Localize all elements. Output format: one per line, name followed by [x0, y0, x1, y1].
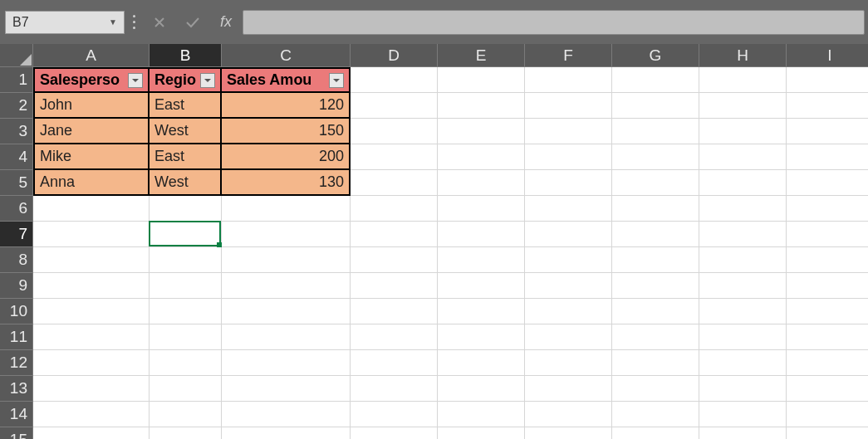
- select-all-corner[interactable]: [0, 44, 33, 67]
- cell-F1[interactable]: [525, 67, 612, 93]
- cell-A11[interactable]: [33, 324, 150, 350]
- cell-G15[interactable]: [612, 427, 699, 439]
- cell-G1[interactable]: [612, 67, 699, 93]
- cell-B5[interactable]: West: [150, 170, 222, 196]
- cell-A4[interactable]: Mike: [33, 144, 150, 170]
- cell-B11[interactable]: [150, 324, 222, 350]
- row-header-13[interactable]: 13: [0, 376, 33, 402]
- cell-E7[interactable]: [438, 222, 525, 247]
- cell-D3[interactable]: [351, 119, 438, 144]
- filter-dropdown-icon[interactable]: [329, 73, 344, 88]
- cell-G5[interactable]: [612, 170, 699, 196]
- cell-H12[interactable]: [699, 350, 787, 376]
- row-header-10[interactable]: 10: [0, 299, 33, 324]
- cell-I15[interactable]: [787, 427, 868, 439]
- cell-I9[interactable]: [787, 273, 868, 299]
- cell-F3[interactable]: [525, 119, 612, 144]
- column-header-D[interactable]: D: [351, 44, 438, 67]
- cell-E8[interactable]: [438, 247, 525, 273]
- cell-B10[interactable]: [150, 299, 222, 324]
- cell-F15[interactable]: [525, 427, 612, 439]
- cell-C10[interactable]: [222, 299, 351, 324]
- column-header-I[interactable]: I: [787, 44, 868, 67]
- cell-D6[interactable]: [351, 196, 438, 222]
- cell-G4[interactable]: [612, 144, 699, 170]
- cell-E6[interactable]: [438, 196, 525, 222]
- cell-D12[interactable]: [351, 350, 438, 376]
- column-header-C[interactable]: C: [222, 44, 351, 67]
- cell-A10[interactable]: [33, 299, 150, 324]
- row-header-14[interactable]: 14: [0, 402, 33, 427]
- cell-A8[interactable]: [33, 247, 150, 273]
- cell-B12[interactable]: [150, 350, 222, 376]
- cell-G11[interactable]: [612, 324, 699, 350]
- cell-G6[interactable]: [612, 196, 699, 222]
- cell-I7[interactable]: [787, 222, 868, 247]
- cell-E13[interactable]: [438, 376, 525, 402]
- cell-G13[interactable]: [612, 376, 699, 402]
- cell-H6[interactable]: [699, 196, 787, 222]
- cell-A5[interactable]: Anna: [33, 170, 150, 196]
- cell-A9[interactable]: [33, 273, 150, 299]
- cell-I4[interactable]: [787, 144, 868, 170]
- row-header-7[interactable]: 7: [0, 222, 33, 247]
- cell-C14[interactable]: [222, 402, 351, 427]
- name-box-dropdown-icon[interactable]: ▼: [109, 17, 117, 27]
- cell-F6[interactable]: [525, 196, 612, 222]
- cell-E12[interactable]: [438, 350, 525, 376]
- cell-B13[interactable]: [150, 376, 222, 402]
- cell-G8[interactable]: [612, 247, 699, 273]
- cell-B14[interactable]: [150, 402, 222, 427]
- cell-I14[interactable]: [787, 402, 868, 427]
- cell-G9[interactable]: [612, 273, 699, 299]
- cell-B8[interactable]: [150, 247, 222, 273]
- cell-G7[interactable]: [612, 222, 699, 247]
- cell-A15[interactable]: [33, 427, 150, 439]
- cell-F10[interactable]: [525, 299, 612, 324]
- row-header-1[interactable]: 1: [0, 67, 33, 93]
- column-header-F[interactable]: F: [525, 44, 612, 67]
- cell-C5[interactable]: 130: [222, 170, 351, 196]
- cell-C4[interactable]: 200: [222, 144, 351, 170]
- filter-dropdown-icon[interactable]: [128, 73, 143, 88]
- cell-A13[interactable]: [33, 376, 150, 402]
- cell-I3[interactable]: [787, 119, 868, 144]
- cell-B1[interactable]: Regio: [150, 67, 222, 93]
- cell-D13[interactable]: [351, 376, 438, 402]
- cell-D5[interactable]: [351, 170, 438, 196]
- row-header-3[interactable]: 3: [0, 119, 33, 144]
- cell-F7[interactable]: [525, 222, 612, 247]
- cell-E2[interactable]: [438, 93, 525, 119]
- enter-button[interactable]: [176, 11, 209, 34]
- cell-E15[interactable]: [438, 427, 525, 439]
- row-header-12[interactable]: 12: [0, 350, 33, 376]
- column-header-H[interactable]: H: [699, 44, 787, 67]
- cell-D9[interactable]: [351, 273, 438, 299]
- cancel-button[interactable]: [143, 11, 176, 34]
- cell-C1[interactable]: Sales Amou: [222, 67, 351, 93]
- cell-G3[interactable]: [612, 119, 699, 144]
- cell-F13[interactable]: [525, 376, 612, 402]
- cell-E5[interactable]: [438, 170, 525, 196]
- cell-A7[interactable]: [33, 222, 150, 247]
- row-header-6[interactable]: 6: [0, 196, 33, 222]
- row-header-5[interactable]: 5: [0, 170, 33, 196]
- cell-A3[interactable]: Jane: [33, 119, 150, 144]
- cell-B9[interactable]: [150, 273, 222, 299]
- cell-I1[interactable]: [787, 67, 868, 93]
- cell-I5[interactable]: [787, 170, 868, 196]
- cell-G2[interactable]: [612, 93, 699, 119]
- cell-I10[interactable]: [787, 299, 868, 324]
- cell-G12[interactable]: [612, 350, 699, 376]
- cell-B15[interactable]: [150, 427, 222, 439]
- name-box[interactable]: B7 ▼: [5, 11, 125, 34]
- cell-B3[interactable]: West: [150, 119, 222, 144]
- column-header-A[interactable]: A: [33, 44, 150, 67]
- cell-D15[interactable]: [351, 427, 438, 439]
- cell-H13[interactable]: [699, 376, 787, 402]
- cell-B2[interactable]: East: [150, 93, 222, 119]
- cell-F5[interactable]: [525, 170, 612, 196]
- cell-E14[interactable]: [438, 402, 525, 427]
- cell-G10[interactable]: [612, 299, 699, 324]
- formula-input[interactable]: [243, 10, 865, 35]
